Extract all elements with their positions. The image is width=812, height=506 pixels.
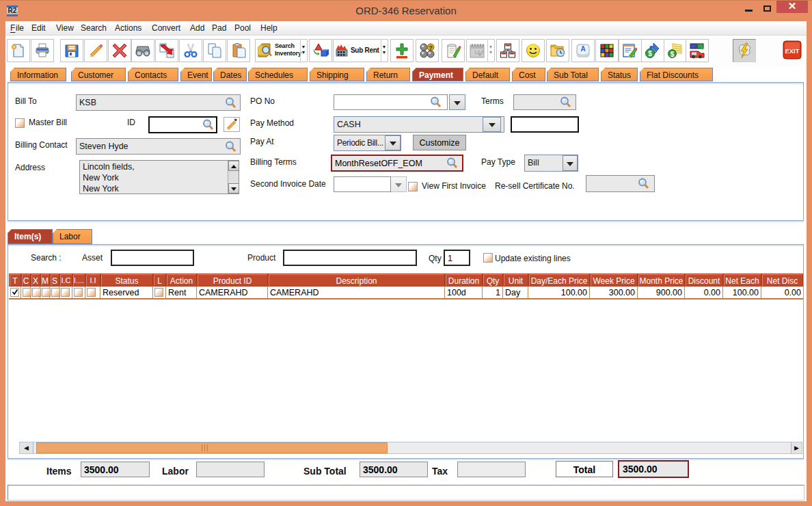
svg-text:A: A	[580, 45, 585, 53]
svg-text:$: $	[648, 50, 652, 57]
svg-text:$: $	[671, 51, 675, 58]
svg-text:EXIT: EXIT	[785, 47, 799, 55]
svg-text:?: ?	[429, 44, 433, 51]
